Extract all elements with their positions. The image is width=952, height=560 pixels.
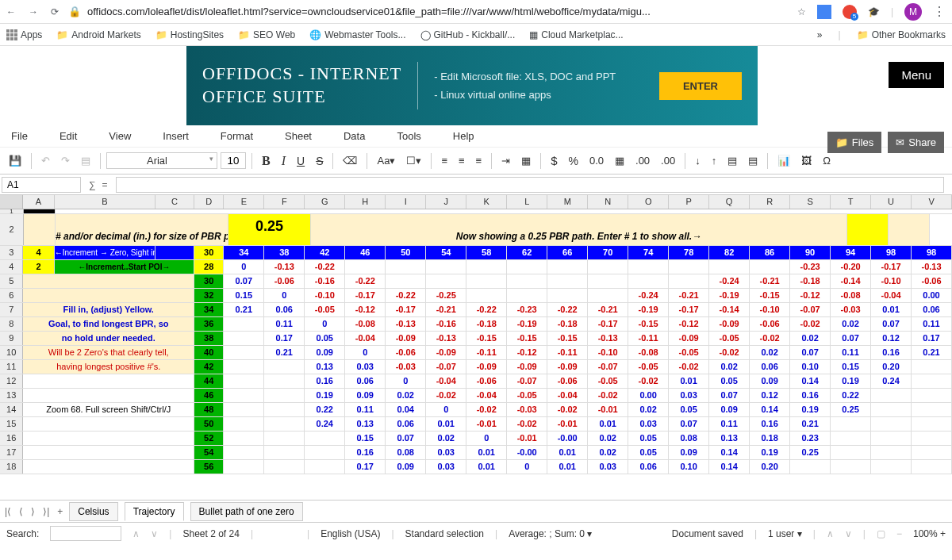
filter-icon[interactable]: ▤ bbox=[724, 152, 741, 169]
grid-cell[interactable]: 0.09 bbox=[709, 403, 750, 416]
grid-cell[interactable]: -0.10 bbox=[305, 289, 345, 302]
grid-cell[interactable]: 0.01 bbox=[871, 303, 912, 316]
row-header[interactable]: 4 bbox=[0, 260, 23, 274]
grid-cell[interactable]: 0 bbox=[224, 260, 264, 274]
col-header[interactable]: T bbox=[831, 195, 871, 209]
grid-cell[interactable] bbox=[224, 417, 264, 431]
grid-cell[interactable]: -0.06 bbox=[264, 274, 305, 288]
col-header[interactable]: P bbox=[669, 195, 709, 209]
grid-cell[interactable]: 0.04 bbox=[386, 403, 426, 416]
grid-cell[interactable]: -0.09 bbox=[547, 360, 588, 374]
grid-cell[interactable]: -0.18 bbox=[790, 274, 831, 288]
grid-cell[interactable] bbox=[264, 403, 305, 416]
grid-cell[interactable] bbox=[831, 432, 871, 445]
equals-icon[interactable]: = bbox=[102, 179, 108, 190]
grid-cell[interactable]: -0.05 bbox=[709, 332, 750, 345]
language-indicator[interactable]: English (USA) bbox=[321, 528, 380, 539]
grid-cell[interactable]: 0.05 bbox=[628, 432, 669, 445]
strike-icon[interactable]: S bbox=[312, 152, 327, 170]
sort-asc-icon[interactable]: ↓ bbox=[691, 152, 704, 169]
grid-cell[interactable]: -0.17 bbox=[588, 317, 628, 331]
grid-cell[interactable]: -0.12 bbox=[507, 346, 547, 359]
function-icon[interactable]: Ω bbox=[819, 152, 835, 169]
grid-cell[interactable]: 40 bbox=[194, 346, 224, 359]
grid-cell[interactable]: 0.05 bbox=[628, 446, 669, 459]
grid-cell[interactable]: 34 bbox=[224, 246, 264, 259]
grid-cell[interactable]: 0.01 bbox=[547, 460, 588, 474]
grid-cell[interactable]: -0.15 bbox=[628, 317, 669, 331]
grid-cell[interactable] bbox=[426, 260, 466, 274]
grid-cell[interactable]: -0.15 bbox=[466, 332, 507, 345]
grid-cell[interactable]: 0.11 bbox=[912, 317, 952, 331]
grid-cell[interactable] bbox=[871, 460, 912, 474]
sort-desc-icon[interactable]: ↑ bbox=[708, 152, 721, 169]
grid-cell[interactable]: 54 bbox=[426, 246, 466, 259]
col-header[interactable]: H bbox=[345, 195, 386, 209]
grid-cell[interactable]: 0.06 bbox=[750, 360, 790, 374]
tab-prev-icon[interactable]: ⟨ bbox=[19, 506, 23, 517]
grid-cell[interactable] bbox=[224, 460, 264, 474]
number-icon[interactable]: 0.0 bbox=[585, 152, 608, 169]
reload-icon[interactable]: ⟳ bbox=[51, 6, 59, 17]
grid-cell[interactable] bbox=[305, 446, 345, 459]
tab-first-icon[interactable]: |⟨ bbox=[5, 506, 11, 517]
grid-cell[interactable]: ←Increment..Start POI→ bbox=[55, 260, 194, 274]
wrap-icon[interactable]: ⇥ bbox=[497, 152, 514, 169]
col-header[interactable]: Q bbox=[709, 195, 750, 209]
grid-cell[interactable]: 0.05 bbox=[305, 332, 345, 345]
grid-cell[interactable]: 30 bbox=[194, 274, 224, 288]
grid-cell[interactable]: 0.20 bbox=[750, 460, 790, 474]
grid-cell[interactable]: -0.17 bbox=[871, 260, 912, 274]
grid-cell[interactable]: -0.09 bbox=[466, 360, 507, 374]
highlight-icon[interactable]: ☐▾ bbox=[402, 152, 425, 169]
grid-cell[interactable] bbox=[831, 460, 871, 474]
grid-cell[interactable]: 0.03 bbox=[588, 460, 628, 474]
grid-cell[interactable]: -0.00 bbox=[507, 446, 547, 459]
row-header[interactable]: 2 bbox=[0, 214, 24, 245]
grid-cell[interactable]: 0.16 bbox=[345, 446, 386, 459]
grid-cell[interactable]: -0.02 bbox=[750, 332, 790, 345]
grid-cell[interactable]: -0.25 bbox=[426, 289, 466, 302]
row-header[interactable]: 11 bbox=[0, 360, 23, 374]
grid-cell[interactable]: 46 bbox=[194, 389, 224, 402]
menu-view[interactable]: View bbox=[109, 130, 131, 142]
grid-cell[interactable] bbox=[23, 289, 194, 302]
grid-cell[interactable] bbox=[23, 432, 194, 445]
col-header[interactable]: D bbox=[194, 195, 224, 209]
grid-cell[interactable]: 0.05 bbox=[669, 403, 709, 416]
menu-help[interactable]: Help bbox=[453, 130, 474, 142]
grid-cell[interactable] bbox=[224, 360, 264, 374]
bookmark-seo-web[interactable]: 📁SEO Web bbox=[238, 29, 295, 40]
grid-cell[interactable]: -0.04 bbox=[871, 289, 912, 302]
grid-cell[interactable]: -0.02 bbox=[466, 403, 507, 416]
grid-cell[interactable]: # and/or decimal (in.) for size of PBR p… bbox=[56, 214, 228, 245]
grid-cell[interactable] bbox=[466, 274, 507, 288]
grid-cell[interactable] bbox=[224, 374, 264, 388]
col-header[interactable]: V bbox=[912, 195, 952, 209]
grid-cell[interactable]: -0.10 bbox=[871, 274, 912, 288]
files-button[interactable]: 📁Files bbox=[827, 132, 881, 153]
grid-cell[interactable]: 0.01 bbox=[466, 446, 507, 459]
sum-icon[interactable]: ∑ bbox=[89, 179, 96, 190]
grid-cell[interactable]: 0.15 bbox=[224, 289, 264, 302]
menu-button[interactable]: Menu bbox=[889, 62, 944, 88]
grid-cell[interactable]: 0 bbox=[345, 346, 386, 359]
grid-cell[interactable]: 0.14 bbox=[790, 374, 831, 388]
grid-cell[interactable]: -0.21 bbox=[426, 303, 466, 316]
grid-cell[interactable]: 0.03 bbox=[669, 389, 709, 402]
grid-cell[interactable]: 32 bbox=[194, 289, 224, 302]
grid-cell[interactable]: -0.02 bbox=[588, 389, 628, 402]
grid-cell[interactable]: 0.10 bbox=[790, 360, 831, 374]
grid-cell[interactable]: -0.11 bbox=[466, 346, 507, 359]
grid-cell[interactable]: 0.07 bbox=[386, 432, 426, 445]
grid-cell[interactable]: -0.15 bbox=[547, 332, 588, 345]
grid-cell[interactable]: -0.10 bbox=[588, 346, 628, 359]
grid-cell[interactable]: 0.18 bbox=[750, 432, 790, 445]
grid-cell[interactable]: 0.15 bbox=[831, 360, 871, 374]
grid-cell[interactable]: 0.19 bbox=[305, 389, 345, 402]
grid-cell[interactable]: 4 bbox=[23, 246, 54, 259]
grid-cell[interactable]: 0.07 bbox=[669, 417, 709, 431]
grid-cell[interactable] bbox=[23, 374, 194, 388]
row-header[interactable]: 14 bbox=[0, 403, 23, 416]
col-header[interactable]: J bbox=[426, 195, 466, 209]
